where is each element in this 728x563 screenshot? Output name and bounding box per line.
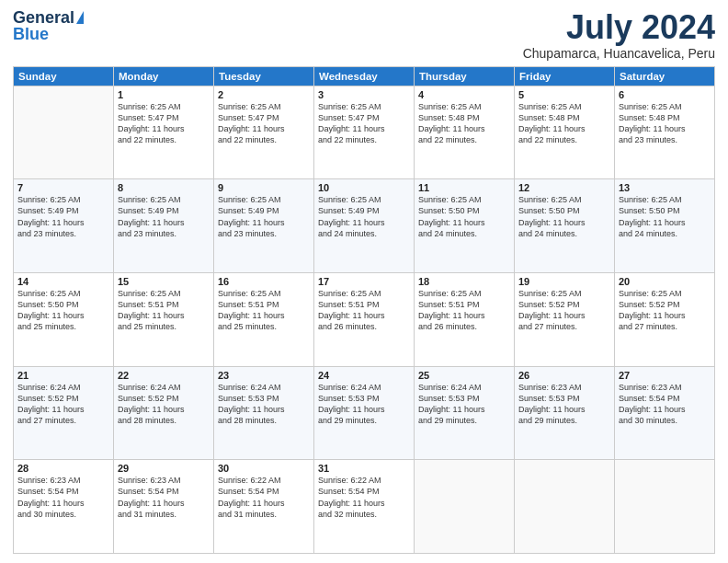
calendar-cell: 17Sunrise: 6:25 AM Sunset: 5:51 PM Dayli…: [314, 272, 415, 366]
week-row-2: 7Sunrise: 6:25 AM Sunset: 5:49 PM Daylig…: [14, 179, 715, 273]
day-info: Sunrise: 6:25 AM Sunset: 5:51 PM Dayligh…: [418, 288, 510, 333]
calendar-cell: [615, 460, 715, 554]
col-friday: Friday: [515, 66, 615, 86]
col-tuesday: Tuesday: [214, 66, 314, 86]
logo: General Blue: [13, 9, 84, 42]
calendar-cell: 5Sunrise: 6:25 AM Sunset: 5:48 PM Daylig…: [515, 86, 615, 179]
day-number: 16: [218, 276, 310, 287]
calendar-cell: 3Sunrise: 6:25 AM Sunset: 5:47 PM Daylig…: [314, 86, 415, 179]
day-info: Sunrise: 6:24 AM Sunset: 5:52 PM Dayligh…: [118, 382, 210, 427]
day-info: Sunrise: 6:25 AM Sunset: 5:47 PM Dayligh…: [218, 101, 310, 146]
day-number: 11: [418, 182, 510, 193]
week-row-5: 28Sunrise: 6:23 AM Sunset: 5:54 PM Dayli…: [14, 460, 715, 554]
day-number: 9: [218, 182, 310, 193]
col-saturday: Saturday: [615, 66, 715, 86]
calendar-cell: 20Sunrise: 6:25 AM Sunset: 5:52 PM Dayli…: [615, 272, 715, 366]
calendar-cell: 21Sunrise: 6:24 AM Sunset: 5:52 PM Dayli…: [14, 366, 114, 460]
day-number: 31: [318, 463, 410, 474]
calendar-cell: 30Sunrise: 6:22 AM Sunset: 5:54 PM Dayli…: [214, 460, 314, 554]
day-number: 29: [118, 463, 210, 474]
day-number: 4: [418, 89, 510, 100]
col-sunday: Sunday: [14, 66, 114, 86]
day-info: Sunrise: 6:25 AM Sunset: 5:50 PM Dayligh…: [418, 194, 510, 239]
day-info: Sunrise: 6:25 AM Sunset: 5:48 PM Dayligh…: [518, 101, 610, 146]
day-info: Sunrise: 6:23 AM Sunset: 5:54 PM Dayligh…: [619, 382, 711, 427]
calendar-cell: 16Sunrise: 6:25 AM Sunset: 5:51 PM Dayli…: [214, 272, 314, 366]
day-info: Sunrise: 6:22 AM Sunset: 5:54 PM Dayligh…: [218, 475, 310, 520]
col-monday: Monday: [114, 66, 214, 86]
day-number: 1: [118, 89, 210, 100]
day-number: 27: [619, 370, 711, 381]
day-info: Sunrise: 6:24 AM Sunset: 5:52 PM Dayligh…: [17, 382, 109, 427]
day-info: Sunrise: 6:24 AM Sunset: 5:53 PM Dayligh…: [318, 382, 410, 427]
calendar-cell: 11Sunrise: 6:25 AM Sunset: 5:50 PM Dayli…: [415, 179, 515, 273]
calendar-cell: 24Sunrise: 6:24 AM Sunset: 5:53 PM Dayli…: [314, 366, 415, 460]
day-info: Sunrise: 6:22 AM Sunset: 5:54 PM Dayligh…: [318, 475, 410, 520]
calendar-cell: 9Sunrise: 6:25 AM Sunset: 5:49 PM Daylig…: [214, 179, 314, 273]
day-info: Sunrise: 6:25 AM Sunset: 5:49 PM Dayligh…: [318, 194, 410, 239]
week-row-3: 14Sunrise: 6:25 AM Sunset: 5:50 PM Dayli…: [14, 272, 715, 366]
calendar-cell: 29Sunrise: 6:23 AM Sunset: 5:54 PM Dayli…: [114, 460, 214, 554]
title-block: July 2024 Chupamarca, Huancavelica, Peru: [523, 9, 715, 61]
day-number: 25: [418, 370, 510, 381]
calendar-cell: 14Sunrise: 6:25 AM Sunset: 5:50 PM Dayli…: [14, 272, 114, 366]
day-number: 5: [518, 89, 610, 100]
day-info: Sunrise: 6:24 AM Sunset: 5:53 PM Dayligh…: [418, 382, 510, 427]
day-number: 12: [518, 182, 610, 193]
day-info: Sunrise: 6:25 AM Sunset: 5:49 PM Dayligh…: [118, 194, 210, 239]
logo-blue-text: Blue: [13, 26, 49, 42]
day-info: Sunrise: 6:25 AM Sunset: 5:51 PM Dayligh…: [118, 288, 210, 333]
day-number: 2: [218, 89, 310, 100]
day-info: Sunrise: 6:25 AM Sunset: 5:50 PM Dayligh…: [17, 288, 109, 333]
calendar-cell: 28Sunrise: 6:23 AM Sunset: 5:54 PM Dayli…: [14, 460, 114, 554]
calendar-cell: 31Sunrise: 6:22 AM Sunset: 5:54 PM Dayli…: [314, 460, 415, 554]
logo-general-text: General: [13, 9, 74, 26]
day-number: 8: [118, 182, 210, 193]
day-info: Sunrise: 6:25 AM Sunset: 5:50 PM Dayligh…: [518, 194, 610, 239]
calendar-cell: [415, 460, 515, 554]
calendar-cell: 6Sunrise: 6:25 AM Sunset: 5:48 PM Daylig…: [615, 86, 715, 179]
calendar-cell: 2Sunrise: 6:25 AM Sunset: 5:47 PM Daylig…: [214, 86, 314, 179]
day-number: 22: [118, 370, 210, 381]
header-row: Sunday Monday Tuesday Wednesday Thursday…: [14, 66, 715, 86]
day-number: 24: [318, 370, 410, 381]
day-number: 18: [418, 276, 510, 287]
day-info: Sunrise: 6:25 AM Sunset: 5:50 PM Dayligh…: [619, 194, 711, 239]
calendar-cell: 7Sunrise: 6:25 AM Sunset: 5:49 PM Daylig…: [14, 179, 114, 273]
page: General Blue July 2024 Chupamarca, Huanc…: [0, 0, 728, 563]
day-info: Sunrise: 6:25 AM Sunset: 5:52 PM Dayligh…: [619, 288, 711, 333]
day-number: 28: [17, 463, 109, 474]
day-number: 17: [318, 276, 410, 287]
calendar-cell: 26Sunrise: 6:23 AM Sunset: 5:53 PM Dayli…: [515, 366, 615, 460]
calendar-cell: [515, 460, 615, 554]
day-info: Sunrise: 6:25 AM Sunset: 5:51 PM Dayligh…: [218, 288, 310, 333]
col-thursday: Thursday: [415, 66, 515, 86]
week-row-1: 1Sunrise: 6:25 AM Sunset: 5:47 PM Daylig…: [14, 86, 715, 179]
day-info: Sunrise: 6:23 AM Sunset: 5:54 PM Dayligh…: [118, 475, 210, 520]
subtitle: Chupamarca, Huancavelica, Peru: [523, 46, 715, 61]
calendar-cell: 25Sunrise: 6:24 AM Sunset: 5:53 PM Dayli…: [415, 366, 515, 460]
day-number: 13: [619, 182, 711, 193]
day-number: 21: [17, 370, 109, 381]
calendar-cell: 12Sunrise: 6:25 AM Sunset: 5:50 PM Dayli…: [515, 179, 615, 273]
day-info: Sunrise: 6:25 AM Sunset: 5:52 PM Dayligh…: [518, 288, 610, 333]
day-number: 7: [17, 182, 109, 193]
day-info: Sunrise: 6:25 AM Sunset: 5:47 PM Dayligh…: [318, 101, 410, 146]
calendar-cell: 10Sunrise: 6:25 AM Sunset: 5:49 PM Dayli…: [314, 179, 415, 273]
day-number: 10: [318, 182, 410, 193]
col-wednesday: Wednesday: [314, 66, 415, 86]
week-row-4: 21Sunrise: 6:24 AM Sunset: 5:52 PM Dayli…: [14, 366, 715, 460]
day-number: 6: [619, 89, 711, 100]
calendar-cell: [14, 86, 114, 179]
calendar-cell: 13Sunrise: 6:25 AM Sunset: 5:50 PM Dayli…: [615, 179, 715, 273]
day-info: Sunrise: 6:25 AM Sunset: 5:48 PM Dayligh…: [619, 101, 711, 146]
day-info: Sunrise: 6:23 AM Sunset: 5:53 PM Dayligh…: [518, 382, 610, 427]
calendar-cell: 22Sunrise: 6:24 AM Sunset: 5:52 PM Dayli…: [114, 366, 214, 460]
day-info: Sunrise: 6:24 AM Sunset: 5:53 PM Dayligh…: [218, 382, 310, 427]
day-number: 20: [619, 276, 711, 287]
header: General Blue July 2024 Chupamarca, Huanc…: [13, 9, 715, 61]
calendar-cell: 1Sunrise: 6:25 AM Sunset: 5:47 PM Daylig…: [114, 86, 214, 179]
calendar-cell: 15Sunrise: 6:25 AM Sunset: 5:51 PM Dayli…: [114, 272, 214, 366]
day-number: 14: [17, 276, 109, 287]
day-number: 23: [218, 370, 310, 381]
